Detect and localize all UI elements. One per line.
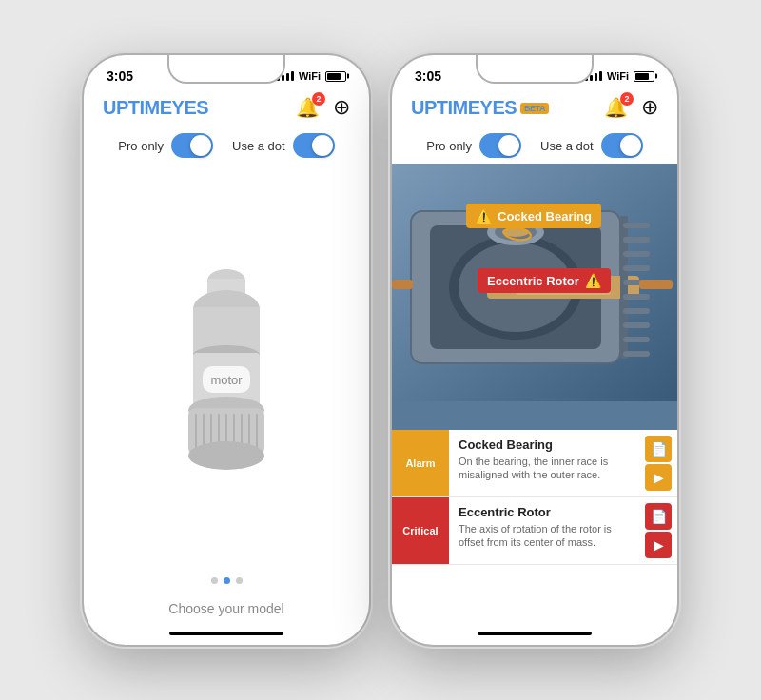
- home-indicator-1: [169, 632, 283, 635]
- critical-play-button[interactable]: ▶: [645, 532, 672, 558]
- status-bar-2: 3:05 WiFi: [392, 55, 677, 88]
- alarm-actions: 📄 ▶: [639, 430, 677, 496]
- diagnosis-list: Alarm Cocked Bearing On the bearing, the…: [392, 430, 677, 632]
- svg-rect-43: [639, 280, 673, 289]
- critical-description: The axis of rotation of the rotor is off…: [459, 522, 630, 550]
- toggle-row-1: Pro only Use a dot: [84, 127, 369, 164]
- eccentric-rotor-label: Eccentric Rotor: [487, 274, 579, 288]
- wifi-icon-2: WiFi: [607, 70, 629, 82]
- notification-bell-2[interactable]: 🔔 2: [604, 96, 628, 119]
- add-icon-1[interactable]: ⊕: [333, 95, 350, 120]
- critical-actions: 📄 ▶: [639, 497, 677, 564]
- eccentric-rotor-annotation[interactable]: Eccentric Rotor ⚠️: [478, 268, 611, 293]
- dot-0[interactable]: [211, 577, 218, 584]
- svg-text:motor: motor: [210, 373, 243, 387]
- critical-title: Eccentric Rotor: [459, 505, 630, 519]
- toggle-use-dot-label-1: Use a dot: [232, 139, 285, 153]
- time-2: 3:05: [415, 68, 441, 84]
- toggle-use-dot-switch-2[interactable]: [601, 133, 643, 158]
- diagnosis-item-critical: Critical Eccentric Rotor The axis of rot…: [392, 497, 677, 565]
- toggle-use-dot-1: Use a dot: [232, 133, 335, 158]
- alarm-pdf-button[interactable]: 📄: [645, 436, 672, 462]
- toggle-row-2: Pro only Use a dot: [392, 127, 677, 164]
- toggle-pro-only-2: Pro only: [426, 133, 521, 158]
- alarm-description: On the bearing, the inner race is misali…: [459, 455, 630, 482]
- add-icon-2[interactable]: ⊕: [641, 95, 658, 120]
- dot-2[interactable]: [236, 577, 243, 584]
- cocked-bearing-label: Cocked Bearing: [498, 209, 592, 224]
- notification-badge-1: 2: [312, 92, 325, 106]
- toggle-pro-only-1: Pro only: [118, 133, 213, 158]
- battery-icon-2: [634, 71, 654, 82]
- logo-first-2: UPTIM: [411, 97, 468, 118]
- logo-1: UPTIMEYES: [103, 97, 208, 119]
- svg-point-17: [188, 441, 264, 470]
- header-icons-1: 🔔 2 ⊕: [296, 95, 350, 120]
- status-bar-1: 3:05 WiFi: [84, 55, 369, 88]
- logo-second-1: EYES: [160, 97, 208, 118]
- critical-severity-badge: Critical: [392, 497, 449, 564]
- critical-content: Eccentric Rotor The axis of rotation of …: [449, 497, 639, 564]
- status-icons-2: WiFi: [585, 70, 654, 82]
- toggle-pro-only-label-1: Pro only: [118, 139, 164, 153]
- phone-1: 3:05 WiFi UPTIMEYES 🔔 2 ⊕: [84, 55, 369, 645]
- wifi-icon: WiFi: [299, 70, 321, 82]
- home-indicator-2: [478, 632, 592, 635]
- alarm-severity-label: Alarm: [405, 457, 435, 469]
- notification-bell-1[interactable]: 🔔 2: [296, 96, 320, 119]
- motor-cutaway-view: ⚠️ Cocked Bearing Eccentric Rotor ⚠️: [392, 164, 677, 430]
- beta-badge: BETA: [520, 103, 549, 114]
- app-header-2: UPTIMEYESBETA 🔔 2 ⊕: [392, 88, 677, 127]
- notification-badge-2: 2: [620, 92, 634, 106]
- critical-severity-label: Critical: [402, 525, 438, 536]
- app-header-1: UPTIMEYES 🔔 2 ⊕: [84, 88, 369, 127]
- toggle-pro-only-switch-1[interactable]: [171, 133, 213, 158]
- signal-icon: [277, 71, 294, 81]
- critical-icon: ⚠️: [585, 273, 601, 288]
- svg-rect-44: [392, 280, 413, 289]
- time-1: 3:05: [107, 68, 133, 84]
- alarm-severity-badge: Alarm: [392, 430, 449, 496]
- diagnosis-item-alarm: Alarm Cocked Bearing On the bearing, the…: [392, 430, 677, 497]
- header-icons-2: 🔔 2 ⊕: [604, 95, 658, 120]
- logo-second-2: EYES: [468, 97, 517, 118]
- page-dots-1: [84, 568, 369, 593]
- alarm-play-button[interactable]: ▶: [645, 464, 672, 491]
- phones-container: 3:05 WiFi UPTIMEYES 🔔 2 ⊕: [65, 36, 696, 664]
- status-icons-1: WiFi: [277, 70, 346, 82]
- signal-icon-2: [585, 71, 602, 81]
- choose-model-label: Choose your model: [84, 593, 369, 632]
- alarm-content: Cocked Bearing On the bearing, the inner…: [449, 430, 639, 496]
- toggle-use-dot-label-2: Use a dot: [540, 139, 594, 153]
- cocked-bearing-annotation[interactable]: ⚠️ Cocked Bearing: [466, 204, 601, 228]
- toggle-use-dot-2: Use a dot: [540, 133, 643, 158]
- phone-2: 3:05 WiFi UPTIMEYESBETA 🔔 2: [392, 55, 677, 645]
- toggle-use-dot-switch-1[interactable]: [293, 133, 335, 158]
- toggle-pro-only-label-2: Pro only: [426, 139, 472, 153]
- motor-image-area: motor: [84, 164, 369, 568]
- alarm-title: Cocked Bearing: [459, 438, 630, 452]
- logo-2: UPTIMEYESBETA: [411, 97, 549, 119]
- alarm-icon: ⚠️: [476, 208, 492, 224]
- critical-pdf-button[interactable]: 📄: [645, 503, 672, 530]
- toggle-pro-only-switch-2[interactable]: [479, 133, 521, 158]
- logo-first-1: UPTIM: [103, 97, 160, 118]
- battery-icon: [325, 71, 346, 82]
- dot-1[interactable]: [224, 577, 230, 584]
- motor-svg: motor: [141, 252, 312, 480]
